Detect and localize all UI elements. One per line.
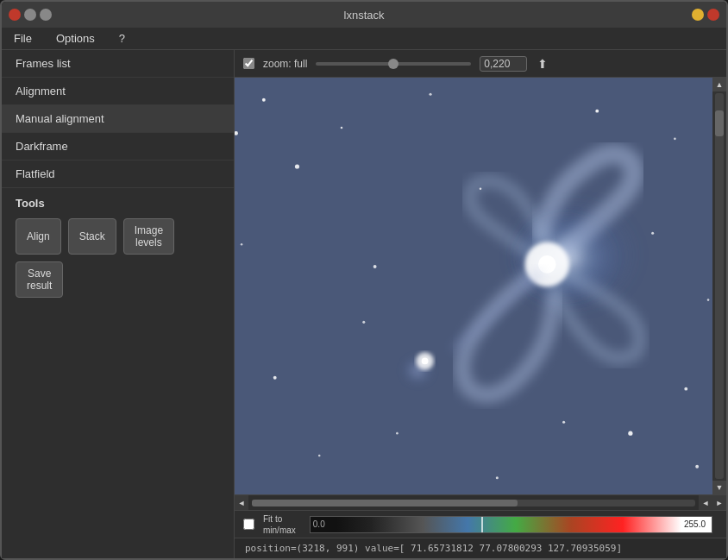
svg-point-8 xyxy=(262,98,266,102)
red-close-button[interactable] xyxy=(707,9,719,21)
scroll-thumb-h[interactable] xyxy=(252,500,518,507)
yellow-button[interactable] xyxy=(692,9,704,21)
svg-point-13 xyxy=(674,138,676,141)
svg-point-23 xyxy=(496,476,499,479)
image-container[interactable]: ▲ ▼ xyxy=(235,78,726,494)
zoom-bar: zoom: full ⬆ xyxy=(235,50,726,78)
horizontal-scroll-area: ◄ ◄ ► xyxy=(235,494,726,510)
svg-point-7 xyxy=(422,358,429,365)
galaxy-image xyxy=(235,78,726,494)
scroll-track-h xyxy=(252,500,695,507)
image-levels-button[interactable]: Image levels xyxy=(123,218,174,255)
save-result-button[interactable]: Save result xyxy=(16,261,63,298)
svg-point-11 xyxy=(429,93,431,96)
svg-point-10 xyxy=(295,164,299,168)
scroll-down-button[interactable]: ▼ xyxy=(712,481,726,494)
svg-point-24 xyxy=(396,432,399,435)
maximize-button[interactable] xyxy=(40,9,52,21)
svg-point-4 xyxy=(538,255,556,274)
title-bar: lxnstack xyxy=(2,2,726,28)
title-bar-right-controls xyxy=(692,9,719,21)
sidebar-item-manual-alignment[interactable]: Manual alignment xyxy=(2,105,234,133)
minimize-button[interactable] xyxy=(24,9,36,21)
svg-point-25 xyxy=(562,421,565,424)
scroll-next-button[interactable]: ► xyxy=(712,495,726,511)
svg-point-9 xyxy=(341,127,343,129)
bottom-bar: Fit to min/max 0.0 255.0 xyxy=(235,510,726,538)
menu-options[interactable]: Options xyxy=(51,30,100,47)
fit-label: Fit to min/max xyxy=(263,513,296,536)
scroll-up-button[interactable]: ▲ xyxy=(712,78,726,91)
histogram: 0.0 255.0 xyxy=(310,516,712,533)
svg-point-12 xyxy=(595,110,599,113)
fit-label-line2: min/max xyxy=(263,525,296,536)
right-panel: zoom: full ⬆ xyxy=(235,50,726,558)
zoom-slider[interactable] xyxy=(316,62,471,66)
svg-point-19 xyxy=(273,376,277,380)
zoom-checkbox[interactable] xyxy=(243,58,254,69)
fit-checkbox[interactable] xyxy=(243,519,254,530)
svg-point-31 xyxy=(480,188,482,191)
vertical-scrollbar: ▲ ▼ xyxy=(712,78,726,494)
main-window: lxnstack File Options ? Frames list Alig… xyxy=(0,0,728,560)
menu-file[interactable]: File xyxy=(9,30,37,47)
sidebar-item-frames-list[interactable]: Frames list xyxy=(2,50,234,78)
svg-point-21 xyxy=(318,455,321,457)
zoom-label: zoom: full xyxy=(263,58,307,70)
zoom-spinner-up[interactable]: ⬆ xyxy=(537,57,548,71)
tools-buttons: Align Stack Image levels xyxy=(16,218,220,255)
svg-point-17 xyxy=(651,232,654,235)
svg-point-32 xyxy=(362,321,365,324)
sidebar-item-darkframe[interactable]: Darkframe xyxy=(2,133,234,160)
svg-point-20 xyxy=(628,431,632,436)
histogram-max-value: 255.0 xyxy=(681,517,712,532)
histogram-midpoint-marker xyxy=(481,517,483,532)
histogram-gradient xyxy=(336,517,681,532)
svg-point-22 xyxy=(695,465,699,469)
histogram-min-value: 0.0 xyxy=(311,517,336,532)
svg-point-26 xyxy=(684,387,687,391)
stack-button[interactable]: Stack xyxy=(68,218,116,255)
fit-label-line1: Fit to xyxy=(263,513,296,525)
svg-point-16 xyxy=(373,265,377,268)
status-text: position=(3218, 991) value=[ 71.65731812… xyxy=(245,543,622,554)
tools-label: Tools xyxy=(16,197,220,210)
close-button[interactable] xyxy=(9,9,21,21)
tools-section: Tools Align Stack Image levels Save resu… xyxy=(2,188,234,303)
scroll-left-button[interactable]: ◄ xyxy=(235,495,248,511)
scroll-prev-button[interactable]: ◄ xyxy=(699,495,712,511)
scroll-thumb-v[interactable] xyxy=(715,110,724,136)
align-button[interactable]: Align xyxy=(16,218,61,255)
sidebar-item-alignment[interactable]: Alignment xyxy=(2,78,234,105)
svg-point-15 xyxy=(241,243,243,246)
svg-point-18 xyxy=(707,299,710,301)
scroll-track-v xyxy=(715,93,724,479)
title-bar-controls xyxy=(9,9,52,21)
sidebar-item-flatfield[interactable]: Flatfield xyxy=(2,160,234,188)
status-bar: position=(3218, 991) value=[ 71.65731812… xyxy=(235,538,726,558)
main-content: Frames list Alignment Manual alignment D… xyxy=(2,50,726,558)
menu-help[interactable]: ? xyxy=(114,30,130,47)
zoom-value-input[interactable] xyxy=(480,56,527,72)
menu-bar: File Options ? xyxy=(2,28,726,50)
sidebar: Frames list Alignment Manual alignment D… xyxy=(2,50,235,558)
window-title: lxnstack xyxy=(344,9,385,22)
